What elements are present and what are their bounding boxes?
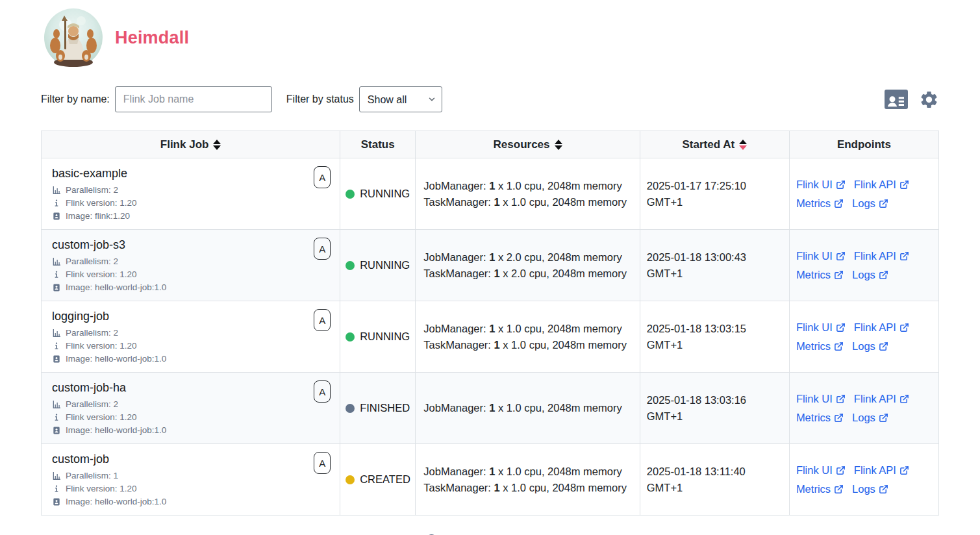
resource-line: TaskManager: 1 x 1.0 cpu, 2048m memory bbox=[423, 337, 633, 353]
resource-line: JobManager: 1 x 1.0 cpu, 2048m memory bbox=[423, 178, 633, 194]
job-image: Image: hello-world-job:1.0 bbox=[66, 495, 166, 508]
flink-api-link[interactable]: Flink API bbox=[854, 319, 909, 335]
endpoint-link-label: Metrics bbox=[796, 338, 831, 354]
status-dot bbox=[346, 332, 355, 342]
job-flink-version: Flink version: 1.20 bbox=[66, 411, 137, 424]
table-row: logging-job Parallelism: 2 F bbox=[42, 301, 939, 373]
external-link-icon bbox=[834, 413, 844, 423]
flink-ui-link[interactable]: Flink UI bbox=[796, 177, 846, 192]
job-name: custom-job-ha bbox=[52, 379, 314, 396]
bar-chart-icon bbox=[52, 400, 61, 409]
external-link-icon bbox=[899, 466, 909, 475]
started-at: 2025-01-18 13:11:40 GMT+1 bbox=[640, 444, 789, 516]
flink-api-link[interactable]: Flink API bbox=[854, 177, 909, 192]
endpoints: Flink UI Flink API Metrics Logs bbox=[796, 319, 933, 354]
status-dot bbox=[346, 404, 355, 413]
column-header-status: Status bbox=[340, 131, 416, 158]
logs-link[interactable]: Logs bbox=[852, 195, 888, 211]
logs-link[interactable]: Logs bbox=[852, 338, 888, 354]
external-link-icon bbox=[836, 251, 846, 261]
table-row: custom-job Parallelism: 1 Fl bbox=[42, 444, 939, 516]
endpoint-link-label: Logs bbox=[852, 410, 875, 425]
job-flink-version: Flink version: 1.20 bbox=[66, 482, 137, 495]
jobs-table: Flink Job Status Resources Started At bbox=[41, 131, 939, 516]
resource-line: TaskManager: 1 x 1.0 cpu, 2048m memory bbox=[423, 194, 633, 210]
job-flink-version: Flink version: 1.20 bbox=[66, 197, 137, 210]
page: Heimdall Filter by name: Filter by statu… bbox=[0, 0, 980, 535]
job-meta: Parallelism: 2 Flink version: 1.20 bbox=[52, 184, 314, 223]
settings-button[interactable] bbox=[919, 90, 939, 110]
job-badge-button[interactable]: A bbox=[314, 309, 331, 331]
job-badge-button[interactable]: A bbox=[314, 238, 331, 260]
metrics-link[interactable]: Metrics bbox=[796, 267, 844, 282]
info-icon bbox=[52, 413, 61, 422]
job-badge-button[interactable]: A bbox=[314, 380, 331, 403]
resource-line: JobManager: 1 x 1.0 cpu, 2048m memory bbox=[423, 321, 633, 337]
resources-cell: JobManager: 1 x 1.0 cpu, 2048m memoryTas… bbox=[416, 301, 640, 373]
endpoint-link-label: Metrics bbox=[796, 481, 831, 497]
flink-api-link[interactable]: Flink API bbox=[854, 391, 909, 406]
resources-cell: JobManager: 1 x 1.0 cpu, 2048m memory bbox=[416, 373, 640, 444]
flink-api-link[interactable]: Flink API bbox=[854, 462, 909, 478]
image-icon bbox=[52, 283, 61, 292]
image-icon bbox=[52, 355, 61, 364]
name-filter-input[interactable] bbox=[115, 86, 272, 112]
logs-link[interactable]: Logs bbox=[852, 481, 888, 497]
sort-icon bbox=[739, 140, 747, 150]
flink-api-link[interactable]: Flink API bbox=[854, 248, 909, 264]
external-link-icon bbox=[836, 466, 846, 475]
resource-line: TaskManager: 1 x 1.0 cpu, 2048m memory bbox=[423, 480, 633, 496]
job-badge-button[interactable]: A bbox=[314, 452, 331, 474]
metrics-link[interactable]: Metrics bbox=[796, 195, 844, 211]
metrics-link[interactable]: Metrics bbox=[796, 410, 844, 425]
logs-link[interactable]: Logs bbox=[852, 410, 888, 425]
id-card-icon bbox=[885, 90, 908, 109]
metrics-link[interactable]: Metrics bbox=[796, 481, 844, 497]
job-meta: Parallelism: 2 Flink version: 1.20 bbox=[52, 398, 314, 437]
status-filter-select[interactable]: Show all bbox=[359, 86, 442, 112]
job-meta: Parallelism: 2 Flink version: 1.20 bbox=[52, 327, 314, 366]
external-link-icon bbox=[899, 180, 909, 190]
external-link-icon bbox=[834, 199, 844, 208]
column-header-flink-job[interactable]: Flink Job bbox=[42, 131, 340, 158]
column-header-resources[interactable]: Resources bbox=[416, 131, 640, 158]
status-dot bbox=[346, 261, 355, 270]
endpoint-link-label: Metrics bbox=[796, 267, 831, 282]
table-row: custom-job-ha Parallelism: 2 bbox=[42, 373, 939, 444]
external-link-icon bbox=[834, 342, 844, 351]
logs-link[interactable]: Logs bbox=[852, 267, 888, 282]
started-at: 2025-01-18 13:03:16 GMT+1 bbox=[640, 373, 789, 444]
flink-ui-link[interactable]: Flink UI bbox=[796, 462, 846, 478]
column-header-started-at[interactable]: Started At bbox=[640, 131, 789, 158]
external-link-icon bbox=[879, 413, 888, 423]
column-header-label: Endpoints bbox=[837, 138, 891, 151]
image-icon bbox=[52, 212, 61, 221]
resource-line: TaskManager: 1 x 2.0 cpu, 2048m memory bbox=[423, 266, 633, 282]
job-meta: Parallelism: 2 Flink version: 1.20 bbox=[52, 255, 314, 294]
header-icons bbox=[885, 90, 939, 110]
info-icon bbox=[52, 342, 61, 351]
job-badge-button[interactable]: A bbox=[314, 166, 331, 188]
job-parallelism: Parallelism: 2 bbox=[66, 327, 118, 340]
endpoint-link-label: Metrics bbox=[796, 410, 831, 425]
bar-chart-icon bbox=[52, 186, 61, 195]
endpoint-link-label: Logs bbox=[852, 267, 875, 282]
external-link-icon bbox=[899, 323, 909, 332]
flink-ui-link[interactable]: Flink UI bbox=[796, 391, 846, 406]
flink-ui-link[interactable]: Flink UI bbox=[796, 248, 846, 264]
job-image: Image: hello-world-job:1.0 bbox=[66, 424, 166, 437]
jobs-table-body: basic-example Parallelism: 2 bbox=[42, 158, 939, 516]
column-header-label: Started At bbox=[683, 138, 735, 151]
column-header-label: Flink Job bbox=[160, 138, 209, 151]
endpoints: Flink UI Flink API Metrics Logs bbox=[796, 462, 933, 497]
id-card-button[interactable] bbox=[885, 90, 908, 109]
endpoint-link-label: Flink UI bbox=[796, 391, 833, 406]
job-parallelism: Parallelism: 2 bbox=[66, 398, 118, 411]
job-name: logging-job bbox=[52, 308, 314, 325]
metrics-link[interactable]: Metrics bbox=[796, 338, 844, 354]
started-at: 2025-01-18 13:00:43 GMT+1 bbox=[640, 230, 789, 301]
endpoint-link-label: Flink UI bbox=[796, 319, 833, 335]
column-header-endpoints: Endpoints bbox=[789, 131, 938, 158]
endpoints: Flink UI Flink API Metrics Logs bbox=[796, 177, 933, 211]
flink-ui-link[interactable]: Flink UI bbox=[796, 319, 846, 335]
